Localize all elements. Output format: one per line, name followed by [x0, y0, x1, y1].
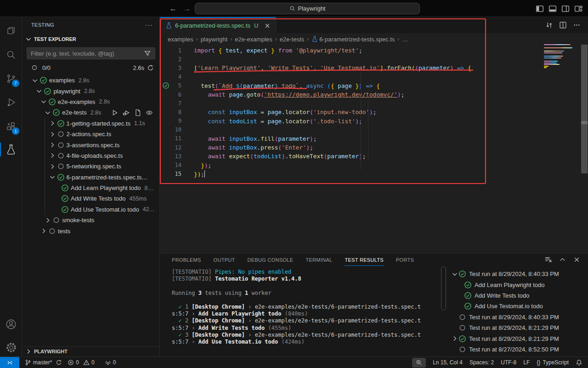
panel-tab-terminal[interactable]: TERMINAL [305, 253, 332, 266]
output-scrollbar[interactable] [441, 266, 446, 310]
test-tree-item[interactable]: Add Use Testomat.io todo42… [22, 204, 159, 215]
test-run-item[interactable]: Add Learn Playwright todo [450, 279, 584, 290]
remote-indicator[interactable] [0, 357, 19, 368]
search-view-icon[interactable] [0, 46, 22, 64]
cursor-position[interactable]: Ln 15, Col 4 [433, 359, 463, 366]
test-tree-item[interactable]: tests [22, 225, 159, 236]
panel-tab-debug-console[interactable]: DEBUG CONSOLE [248, 253, 294, 266]
panel-tab-ports[interactable]: PORTS [396, 253, 414, 266]
breadcrumb-item[interactable]: 6-parametrized-tests.spec.ts [311, 36, 395, 43]
breadcrumb-item[interactable]: e2e-examples [235, 36, 272, 43]
sidebar-more-actions-icon[interactable]: ··· [145, 21, 153, 29]
tree-item-label: 1-getting-started.spec.ts [67, 120, 130, 127]
test-run-item[interactable]: Test run at 8/27/2024, 8:52:50 PM [450, 344, 584, 355]
test-tree-item[interactable]: 1-getting-started.spec.ts1.1s [22, 118, 159, 129]
close-tab-icon[interactable] [264, 22, 271, 29]
breadcrumb-item[interactable]: e2e-tests [280, 36, 304, 43]
code-editor[interactable]: 1import { test, expect } from '@playwrig… [160, 45, 588, 178]
more-actions-icon[interactable] [573, 21, 581, 29]
run-debug-icon[interactable] [0, 93, 22, 112]
test-run-item[interactable]: Add Write Tests todo [450, 290, 584, 301]
nav-forward-icon[interactable]: → [182, 4, 192, 14]
toggle-secondary-sidebar-icon[interactable] [561, 5, 570, 13]
panel-tab-problems[interactable]: PROBLEMS [172, 253, 201, 266]
clear-output-icon[interactable] [544, 256, 552, 264]
split-editor-icon[interactable] [559, 21, 567, 29]
test-tree-item[interactable]: playwright2.8s [22, 86, 159, 96]
test-tree-item[interactable]: 3-assertions.spec.ts [22, 139, 159, 150]
test-tree-item[interactable]: 4-file-uploads.spec.ts [22, 150, 159, 161]
customize-layout-icon[interactable] [574, 5, 582, 13]
watch-icon[interactable] [146, 109, 153, 116]
test-run-item[interactable]: Test run at 8/29/2024, 8:21:29 PM [450, 322, 584, 333]
test-tree-item[interactable]: 2-actions.spec.ts [22, 129, 159, 139]
playwright-section-header[interactable]: PLAYWRIGHT [22, 346, 159, 356]
code-line: 9 const todoList = page.locator('.todo-l… [160, 117, 588, 126]
test-run-item[interactable]: Test run at 8/29/2024, 8:21:29 PM [450, 333, 584, 344]
gutter-test-passed-icon[interactable] [162, 82, 170, 89]
test-unset-icon [57, 152, 65, 160]
tab-6-parametrized-tests[interactable]: 6-parametrized-tests.spec.ts U [160, 17, 276, 33]
test-tree-item[interactable]: 5-networking.spec.ts [22, 161, 159, 172]
tree-item-duration: 2.8s [79, 77, 90, 84]
language-mode[interactable]: {} TypeScript [537, 359, 569, 366]
account-icon[interactable] [0, 315, 22, 334]
settings-gear-icon[interactable] [0, 338, 22, 356]
close-panel-icon[interactable] [573, 256, 581, 264]
run-icon[interactable] [111, 109, 119, 116]
test-unset-icon [52, 216, 60, 224]
notifications-bell-icon[interactable] [576, 359, 582, 366]
nav-back-icon[interactable]: ← [168, 4, 178, 14]
zoom-status-item[interactable] [412, 358, 426, 368]
editor-scrollbar[interactable] [581, 45, 588, 173]
breadcrumb-item[interactable]: examples [168, 36, 193, 43]
test-passed-icon [61, 195, 69, 202]
test-run-item[interactable]: Add Use Testomat.io todo [450, 301, 584, 311]
explorer-icon[interactable] [0, 22, 22, 40]
test-run-item[interactable]: Test run at 8/29/2024, 8:40:33 PM [450, 269, 584, 279]
indentation[interactable]: Spaces: 2 [469, 359, 494, 366]
panel-tab-test-results[interactable]: TEST RESULTS [345, 253, 384, 266]
refresh-icon[interactable] [147, 64, 154, 71]
testing-view-icon[interactable] [0, 140, 22, 159]
toggle-primary-sidebar-icon[interactable] [536, 5, 544, 13]
breadcrumb-item[interactable]: playwright [201, 36, 228, 43]
extensions-icon[interactable]: 1 [0, 117, 22, 136]
ports-item[interactable]: 0 [105, 359, 116, 366]
problems-item[interactable]: 0 0 [68, 359, 94, 366]
eol[interactable]: LF [523, 359, 530, 366]
output-line: s:5:7 › Add Use Testomat.io todo (424ms) [172, 339, 447, 345]
line-number: 6 [170, 92, 181, 98]
test-filter-input[interactable] [27, 50, 144, 57]
test-tree-item[interactable]: 6-parametrized-tests.spec.ts… [22, 172, 159, 183]
test-tree-item[interactable]: examples2.8s [22, 75, 159, 86]
encoding[interactable]: UTF-8 [501, 359, 516, 366]
test-tree-item[interactable]: Add Learn Playwright todo8… [22, 183, 159, 193]
debug-icon[interactable] [123, 109, 130, 116]
go-to-file-icon[interactable] [134, 109, 141, 116]
test-results-output[interactable]: [TESTOMATIO] Pipes: No pipes enabled[TES… [172, 269, 447, 345]
breadcrumb-item[interactable]: … [402, 36, 408, 43]
test-tree-item[interactable]: e2e-tests2.8s [22, 107, 159, 118]
git-branch-item[interactable]: master* [25, 359, 62, 366]
toggle-panel-icon[interactable] [548, 5, 557, 13]
test-explorer-section-header[interactable]: TEST EXPLORER [22, 34, 159, 45]
command-center[interactable]: Playwright [195, 3, 420, 14]
test-tree-item[interactable]: smoke-tests [22, 215, 159, 225]
chevron-right-icon [49, 141, 56, 149]
test-summary-row[interactable]: 0/0 2.6s [22, 62, 159, 73]
test-tree-item[interactable]: e2e-examples2.8s [22, 97, 159, 107]
panel-tab-output[interactable]: OUTPUT [214, 253, 235, 266]
line-number: 2 [170, 56, 181, 63]
tree-item-label: 5-networking.spec.ts [67, 163, 121, 170]
minimap[interactable] [544, 44, 573, 69]
text-cursor [204, 170, 205, 178]
test-run-item[interactable]: Test run at 8/29/2024, 8:40:33 PM [450, 312, 584, 322]
test-filter-box[interactable] [27, 47, 155, 59]
open-changes-icon[interactable] [545, 21, 553, 29]
maximize-panel-icon[interactable] [559, 256, 566, 264]
filter-funnel-icon[interactable] [144, 50, 151, 57]
source-control-icon[interactable]: 7 [0, 69, 22, 88]
test-tree-item[interactable]: Add Write Tests todo455ms [22, 193, 159, 204]
chevron-right-icon [49, 152, 56, 159]
